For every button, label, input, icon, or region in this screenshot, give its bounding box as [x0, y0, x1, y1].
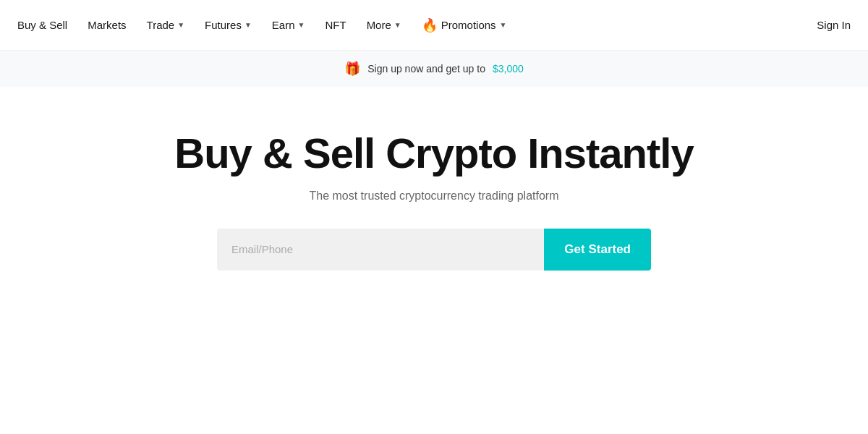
nav-item-promotions[interactable]: 🔥 Promotions ▼	[422, 17, 507, 33]
nav-item-earn[interactable]: Earn ▼	[272, 19, 305, 31]
chevron-down-icon: ▼	[177, 21, 184, 29]
nav-left: Buy & Sell Markets Trade ▼ Futures ▼ Ear…	[17, 17, 817, 33]
hero-section: Buy & Sell Crypto Instantly The most tru…	[0, 87, 868, 299]
chevron-down-icon: ▼	[394, 21, 401, 29]
nav-item-trade[interactable]: Trade ▼	[147, 19, 185, 31]
navbar: Buy & Sell Markets Trade ▼ Futures ▼ Ear…	[0, 0, 868, 51]
promo-amount: $3,000	[493, 63, 524, 75]
hero-form: Get Started	[217, 229, 651, 271]
chevron-down-icon: ▼	[244, 21, 252, 29]
nav-item-markets[interactable]: Markets	[88, 19, 126, 31]
promo-text: Sign up now and get up to	[367, 63, 485, 75]
hero-subtitle: The most trusted cryptocurrency trading …	[309, 190, 558, 203]
nav-item-buy-sell[interactable]: Buy & Sell	[17, 19, 67, 31]
nav-item-more[interactable]: More ▼	[367, 19, 401, 31]
sign-in-button[interactable]: Sign In	[817, 19, 851, 31]
nav-right: Sign In	[817, 19, 851, 31]
get-started-button[interactable]: Get Started	[544, 229, 651, 271]
chevron-down-icon: ▼	[298, 21, 305, 29]
chevron-down-icon: ▼	[500, 21, 507, 29]
email-input[interactable]	[217, 229, 544, 271]
promo-banner[interactable]: 🎁 Sign up now and get up to $3,000	[0, 51, 868, 87]
gift-icon: 🎁	[344, 61, 360, 77]
nav-item-futures[interactable]: Futures ▼	[205, 19, 252, 31]
hero-title: Buy & Sell Crypto Instantly	[174, 130, 693, 176]
fire-icon: 🔥	[422, 17, 438, 33]
nav-item-nft[interactable]: NFT	[325, 19, 346, 31]
